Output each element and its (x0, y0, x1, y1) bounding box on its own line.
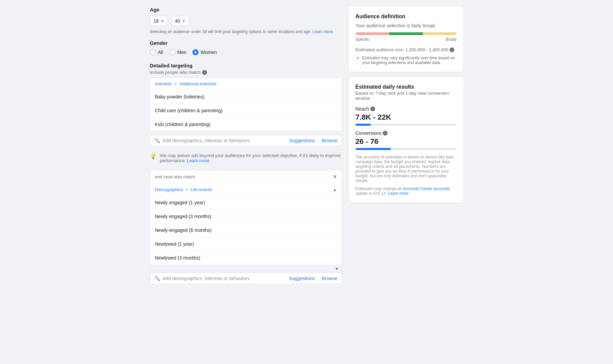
browse-button[interactable]: Browse (322, 138, 338, 143)
gender-women-radio[interactable] (192, 49, 198, 55)
list-item-newlywed-1yr: Newlywed (1 year) (150, 237, 342, 251)
gender-men-label: Men (177, 50, 186, 55)
must-match-separator: > (186, 187, 189, 192)
must-match-search-input[interactable]: Add demographics, interests or behaviors (163, 276, 286, 281)
conversions-label: Conversions (356, 130, 382, 136)
demographics-breadcrumb-link[interactable]: Demographics (155, 187, 183, 192)
age-learn-more-link[interactable]: Learn more (312, 29, 333, 34)
conversions-value: 26 - 76 (356, 137, 457, 146)
include-label: Include people who match i (150, 70, 342, 75)
broad-label: Broad (446, 37, 456, 42)
age-max-select[interactable]: 40 ▼ (171, 16, 189, 26)
audience-meter-bar (356, 32, 457, 35)
gender-label: Gender (150, 40, 342, 46)
interests-breadcrumb-link[interactable]: Interests (155, 81, 172, 86)
life-events-breadcrumb-link[interactable]: Life events (191, 187, 212, 192)
age-max-chevron-icon: ▼ (182, 19, 186, 23)
meter-specific (356, 32, 389, 35)
scroll-down-indicator[interactable]: ▼ (335, 267, 339, 271)
estimated-size-value: 1,200,000 - 1,400,000 (405, 47, 448, 52)
must-match-breadcrumb-row: Demographics > Life events ▲ (150, 184, 342, 196)
gender-men-radio[interactable] (169, 49, 175, 55)
meter-labels: Specific Broad (356, 37, 457, 42)
reach-label: Reach (356, 106, 369, 112)
accuracy-note: The accuracy of estimates is based on fa… (356, 155, 457, 183)
list-item-newlywed-3mo: Newlywed (3 months) (150, 251, 342, 265)
gender-all-radio[interactable] (150, 49, 156, 55)
must-match-scroll-area: Newly engaged (1 year) Newly engaged (3 … (150, 196, 342, 273)
daily-results-subtitle: Based on 7-day click and 1-day view conv… (356, 91, 457, 101)
age-label: Age (150, 7, 342, 12)
meter-broad (423, 32, 457, 35)
notice-text: We may deliver ads beyond your audiences… (160, 153, 342, 163)
vary-icon: ↗ (356, 56, 360, 61)
meter-green (389, 32, 423, 35)
gender-men-option[interactable]: Men (169, 49, 186, 55)
notice-learn-more-link[interactable]: Learn more. (187, 158, 211, 163)
estimate-change: Estimates may change as Accounts Center … (356, 186, 457, 196)
gender-all-label: All (158, 50, 163, 55)
reach-bar-fill (356, 124, 371, 126)
detailed-targeting-header: Detailed targeting (150, 63, 342, 68)
must-match-label: and must also match (155, 174, 195, 179)
must-match-search-row[interactable]: 🔍 Add demographics, interests or behavio… (150, 273, 342, 284)
reach-label-row: Reach i (356, 106, 457, 112)
daily-results-title: Estimated daily results (356, 84, 457, 90)
audience-definition-card: Audience definition Your audience select… (349, 7, 463, 72)
conversions-bar-fill (356, 148, 391, 150)
targeting-search-input[interactable]: Add demographics, interests or behaviors (163, 138, 286, 143)
search-actions: Suggestions Browse (289, 138, 338, 143)
gender-options: All Men Women (150, 49, 342, 55)
age-min-select[interactable]: 18 ▼ (150, 16, 168, 26)
audience-definition-title: Audience definition (356, 13, 457, 20)
additional-interests-breadcrumb-link[interactable]: Additional interests (179, 81, 216, 86)
conversions-info-icon[interactable]: i (383, 131, 388, 135)
notice-row: 💡 We may deliver ads beyond your audienc… (150, 150, 342, 166)
age-max-value: 40 (175, 18, 180, 24)
scroll-up-indicator[interactable]: ▲ (333, 187, 337, 192)
conversions-bar (356, 148, 457, 150)
gender-women-label: Women (201, 50, 217, 55)
must-match-search-actions: Suggestions Browse (289, 276, 338, 281)
age-min-value: 18 (154, 18, 159, 24)
reach-bar (356, 124, 457, 126)
must-match-suggestions-button[interactable]: Suggestions (289, 276, 315, 281)
tag-child-care: Child care (children & parenting) (150, 104, 342, 118)
interests-targeting-box: Interests > Additional interests Baby po… (150, 78, 342, 131)
search-icon: 🔍 (154, 138, 160, 143)
specific-label: Specific (356, 37, 370, 42)
include-info-icon[interactable]: i (202, 70, 207, 75)
list-item-newly-engaged-1yr: Newly engaged (1 year) (150, 196, 342, 210)
learn-more-ios-link[interactable]: Learn more (388, 191, 408, 196)
gender-all-option[interactable]: All (150, 49, 163, 55)
estimated-size-info-icon[interactable]: i (450, 48, 454, 52)
estimated-size: Estimated audience size: 1,200,000 - 1,4… (356, 47, 457, 52)
vary-note: ↗ Estimates may vary significantly over … (356, 56, 457, 65)
audience-description: Your audience selection is fairly broad. (356, 23, 457, 28)
targeting-search-row[interactable]: 🔍 Add demographics, interests or behavio… (150, 135, 342, 146)
breadcrumb-separator: > (174, 81, 178, 86)
bulb-icon: 💡 (150, 153, 157, 163)
tag-kids: Kids (children & parenting) (150, 118, 342, 131)
reach-value: 7.8K - 22K (356, 113, 457, 122)
conversions-label-row: Conversions i (356, 130, 457, 136)
age-min-chevron-icon: ▼ (161, 19, 164, 23)
list-item-newly-engaged-3mo: Newly engaged (3 months) (150, 210, 342, 223)
suggestions-button[interactable]: Suggestions (289, 138, 315, 143)
must-match-section: and must also match ✕ Demographics > Lif… (150, 170, 342, 284)
must-match-close-button[interactable]: ✕ (333, 174, 337, 180)
tag-baby-powder: Baby powder (toiletries) (150, 90, 342, 104)
must-match-browse-button[interactable]: Browse (322, 276, 338, 281)
interests-breadcrumb: Interests > Additional interests (150, 78, 342, 90)
gender-women-option[interactable]: Women (192, 49, 217, 55)
accounts-center-link[interactable]: Accounts Center accounts (403, 186, 450, 191)
must-match-header: and must also match ✕ (150, 170, 342, 184)
reach-info-icon[interactable]: i (370, 107, 375, 111)
daily-results-card: Estimated daily results Based on 7-day c… (349, 77, 463, 203)
age-hint: Selecting an audience under 18 will limi… (150, 29, 342, 34)
must-match-search-icon: 🔍 (154, 276, 160, 281)
list-item-newly-engaged-6mo: Newly-engaged (6 months) (150, 223, 342, 237)
life-events-list: Newly engaged (1 year) Newly engaged (3 … (150, 196, 342, 265)
